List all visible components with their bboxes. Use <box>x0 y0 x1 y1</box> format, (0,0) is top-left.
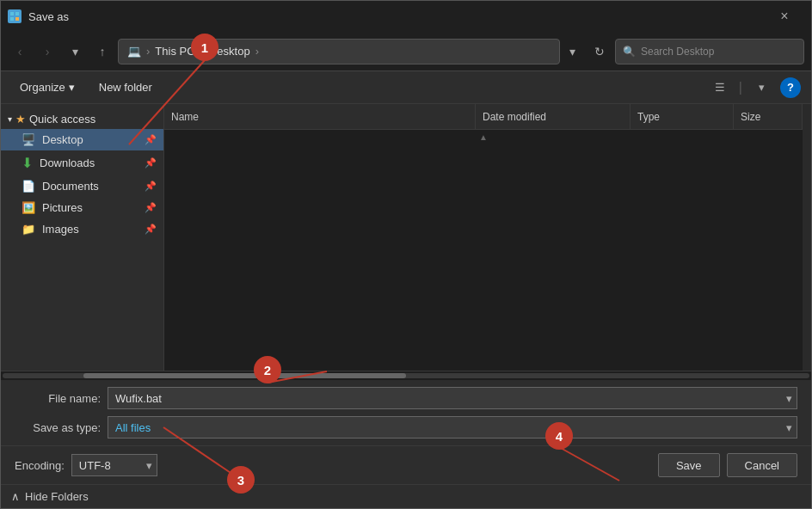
vertical-scrollbar[interactable] <box>803 104 811 371</box>
encoding-label: Encoding: <box>15 459 65 472</box>
search-placeholder: Search Desktop <box>641 46 714 58</box>
sidebar-item-desktop[interactable]: 🖥️ Desktop 📌 <box>1 129 163 150</box>
back-button[interactable]: ‹ <box>8 40 32 64</box>
path-icon: 💻 <box>127 45 141 58</box>
view-icon: ☰ <box>715 81 725 94</box>
svg-rect-1 <box>15 12 19 15</box>
documents-icon: 📄 <box>22 180 35 193</box>
encoding-select-wrapper: UTF-8 <box>71 454 157 476</box>
sidebar-item-label: Documents <box>42 180 99 193</box>
encoding-select[interactable]: UTF-8 <box>71 454 157 476</box>
forward-button[interactable]: › <box>35 40 59 64</box>
toolbar: Organize ▾ New folder ☰ | ▾ ? <box>1 71 811 104</box>
star-icon: ★ <box>15 113 26 126</box>
dialog-title: Save as <box>28 10 765 23</box>
hide-folders-button[interactable]: ∧ Hide Folders <box>1 484 811 508</box>
sidebar-item-label: Images <box>42 223 79 236</box>
svg-rect-3 <box>15 17 19 21</box>
hide-folders-label: Hide Folders <box>25 490 89 503</box>
col-header-size[interactable]: Size <box>734 104 803 129</box>
scrollbar-thumb <box>83 373 406 378</box>
view-divider: | <box>739 80 742 95</box>
bottom-area: File name: Wufix.bat Save as type: All f… <box>1 371 811 508</box>
save-as-type-label: Save as type: <box>15 421 101 434</box>
sidebar-item-downloads[interactable]: ⬇ Downloads 📌 <box>1 150 163 175</box>
sidebar-item-documents[interactable]: 📄 Documents 📌 <box>1 175 163 197</box>
pin-icon: 📌 <box>145 202 157 213</box>
new-folder-button[interactable]: New folder <box>90 77 161 99</box>
save-as-type-row: Save as type: All files <box>15 416 797 438</box>
sidebar-item-label: Downloads <box>40 156 95 169</box>
file-list-header: Name Date modified Type Size <box>164 104 803 130</box>
col-header-name[interactable]: Name <box>164 104 476 129</box>
view-button[interactable]: ☰ <box>708 77 732 99</box>
search-box[interactable]: 🔍 Search Desktop <box>615 39 804 64</box>
horizontal-scrollbar[interactable] <box>1 371 811 380</box>
sidebar: ▾ ★ Quick access 🖥️ Desktop 📌 ⬇ Download… <box>1 104 164 371</box>
pin-icon: 📌 <box>145 134 157 145</box>
save-as-type-wrapper: All files <box>108 416 797 438</box>
col-header-date[interactable]: Date modified <box>476 104 631 129</box>
save-as-type-select[interactable]: All files <box>108 416 797 438</box>
path-desktop: Desktop <box>209 45 250 58</box>
svg-rect-2 <box>10 17 14 21</box>
quick-access-section: ▾ ★ Quick access 🖥️ Desktop 📌 ⬇ Download… <box>1 107 163 242</box>
desktop-icon: 🖥️ <box>22 133 35 146</box>
file-name-row: File name: Wufix.bat <box>15 387 797 409</box>
scroll-indicator: ▲ <box>164 130 803 144</box>
title-bar: Save as × <box>1 1 811 32</box>
chevron-down-icon: ▾ <box>8 114 12 124</box>
file-list-content <box>164 144 803 371</box>
cancel-button[interactable]: Cancel <box>727 453 797 477</box>
pin-icon: 📌 <box>145 224 157 235</box>
up-button[interactable]: ↑ <box>90 40 114 64</box>
refresh-button[interactable]: ↻ <box>587 40 612 64</box>
save-button[interactable]: Save <box>658 453 720 477</box>
pin-icon: 📌 <box>145 157 157 169</box>
path-this-pc: This PC <box>155 45 194 58</box>
content-area: ▾ ★ Quick access 🖥️ Desktop 📌 ⬇ Download… <box>1 104 811 371</box>
sidebar-item-images[interactable]: 📁 Images 📌 <box>1 218 163 240</box>
chevron-up-icon: ∧ <box>11 490 20 503</box>
sidebar-item-pictures[interactable]: 🖼️ Pictures 📌 <box>1 197 163 218</box>
scrollbar-track <box>3 373 809 378</box>
organize-dropdown-icon: ▾ <box>69 81 75 94</box>
sidebar-item-label: Pictures <box>42 201 83 214</box>
col-header-type[interactable]: Type <box>631 104 734 129</box>
file-list: Name Date modified Type Size ▲ <box>164 104 803 371</box>
address-path[interactable]: 💻 › This PC › Desktop › <box>118 39 560 64</box>
file-name-wrapper: Wufix.bat <box>108 387 797 409</box>
app-icon <box>8 9 22 23</box>
path-dropdown-button[interactable]: ▾ <box>560 40 584 64</box>
sidebar-item-label: Desktop <box>42 133 83 146</box>
address-bar: ‹ › ▾ ↑ 💻 › This PC › Desktop › ▾ ↻ 🔍 Se… <box>1 32 811 71</box>
quick-access-header[interactable]: ▾ ★ Quick access <box>1 109 163 129</box>
svg-rect-0 <box>10 12 14 15</box>
pictures-icon: 🖼️ <box>22 201 35 214</box>
quick-access-label: Quick access <box>29 113 95 126</box>
downloads-icon: ⬇ <box>22 155 33 171</box>
close-button[interactable]: × <box>765 1 804 32</box>
encoding-row: Encoding: UTF-8 <box>15 454 157 476</box>
form-area: File name: Wufix.bat Save as type: All f… <box>1 380 811 445</box>
bottom-buttons: Encoding: UTF-8 Save Cancel <box>1 445 811 484</box>
help-button[interactable]: ? <box>780 77 801 98</box>
view-dropdown-button[interactable]: ▾ <box>749 77 773 99</box>
file-name-input[interactable]: Wufix.bat <box>108 387 797 409</box>
search-icon: 🔍 <box>623 46 636 58</box>
pin-icon: 📌 <box>145 181 157 192</box>
organize-button[interactable]: Organize ▾ <box>11 77 83 99</box>
file-name-label: File name: <box>15 392 101 405</box>
recent-locations-button[interactable]: ▾ <box>63 40 87 64</box>
images-icon: 📁 <box>22 223 35 236</box>
